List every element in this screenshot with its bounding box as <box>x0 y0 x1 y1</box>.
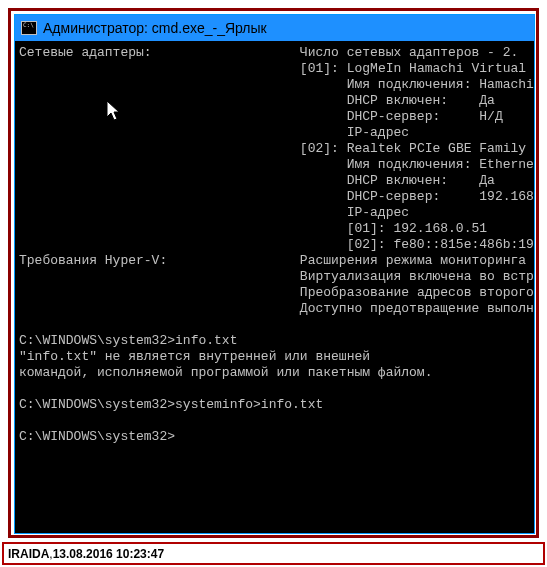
adapter-01-srv-value: Н/Д <box>479 109 502 124</box>
adapter-01-tag: [01]: <box>300 61 339 76</box>
hyperv-line4: Доступно предотвращение выполн <box>300 301 534 316</box>
terminal-output[interactable]: Сетевые адаптеры: Число сетевых адаптеро… <box>15 41 534 533</box>
adapter-01-name: LogMeIn Hamachi Virtual <box>347 61 534 76</box>
hyperv-line3: Преобразование адресов второго <box>300 285 534 300</box>
adapter-02-dhcp-label: DHCP включен: <box>347 173 448 188</box>
adapter-02-ip1: [01]: 192.168.0.51 <box>347 221 487 236</box>
error-line-1: "info.txt" не является внутренней или вн… <box>19 349 370 364</box>
adapter-01-conn-value: Hamachi <box>479 77 534 92</box>
adapter-02-conn-label: Имя подключения: <box>347 157 472 172</box>
adapter-02-ip2: [02]: fe80::815e:486b:19 <box>347 237 534 252</box>
adapter-02-name: Realtek PCIe GBE Family <box>347 141 534 156</box>
screenshot-frame: Администратор: cmd.exe_-_Ярлык Сетевые а… <box>8 8 539 538</box>
title-bar[interactable]: Администратор: cmd.exe_-_Ярлык <box>15 15 534 41</box>
prompt-line-2: C:\WINDOWS\system32>systeminfo>info.txt <box>19 397 323 412</box>
adapter-02-srv-label: DHCP-сервер: <box>347 189 441 204</box>
hyperv-line1: Расширения режима мониторинга <box>300 253 526 268</box>
adapter-02-conn-value: Etherne <box>479 157 534 172</box>
adapter-02-dhcp-value: Да <box>479 173 495 188</box>
caption-author: IRAIDA <box>8 547 49 561</box>
prompt-line-3: C:\WINDOWS\system32> <box>19 429 175 444</box>
cursor-arrow-icon <box>107 101 123 123</box>
adapter-count: Число сетевых адаптеров - 2. <box>300 45 518 60</box>
adapter-02-tag: [02]: <box>300 141 339 156</box>
adapter-01-dhcp-label: DHCP включен: <box>347 93 448 108</box>
error-line-2: командой, исполняемой программой или пак… <box>19 365 432 380</box>
adapter-01-srv-label: DHCP-сервер: <box>347 109 441 124</box>
adapter-02-srv-value: 192.168 <box>479 189 534 204</box>
caption-bar: IRAIDA , 13.08.2016 10:23:47 <box>2 542 545 565</box>
window-title: Администратор: cmd.exe_-_Ярлык <box>43 20 267 36</box>
prompt-line-1: C:\WINDOWS\system32>info.txt <box>19 333 237 348</box>
cmd-icon <box>21 21 37 35</box>
adapter-02-ip-label: IP-адрес <box>347 205 409 220</box>
hyperv-line2: Виртуализация включена во встр <box>300 269 534 284</box>
network-adapters-label: Сетевые адаптеры: <box>19 45 152 60</box>
adapter-01-conn-label: Имя подключения: <box>347 77 472 92</box>
caption-timestamp: 13.08.2016 10:23:47 <box>53 547 164 561</box>
adapter-01-ip-label: IP-адрес <box>347 125 409 140</box>
hyperv-label: Требования Hyper-V: <box>19 253 167 268</box>
console-window: Администратор: cmd.exe_-_Ярлык Сетевые а… <box>14 14 535 534</box>
adapter-01-dhcp-value: Да <box>479 93 495 108</box>
